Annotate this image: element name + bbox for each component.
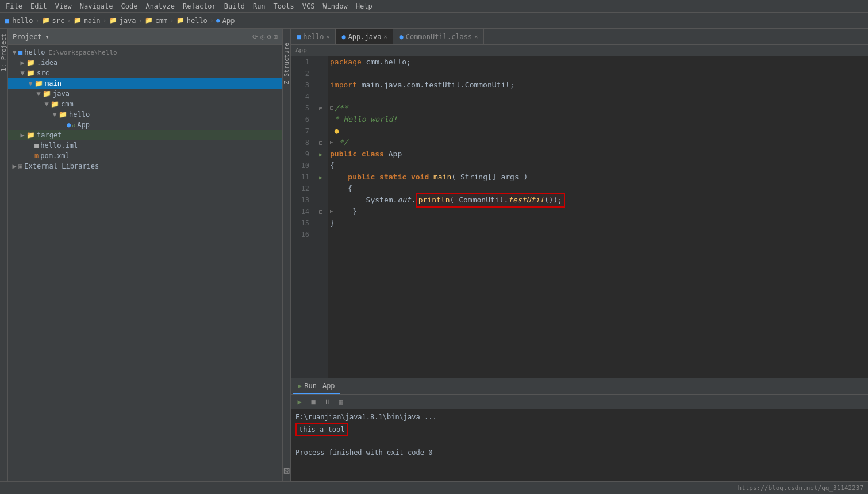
bc-cmm[interactable]: cmm [155,17,168,25]
menu-edit[interactable]: Edit [27,1,51,12]
tree-item-pom-label: pom.xml [40,152,70,160]
bc-cmm-icon: 📁 [145,17,153,24]
code-line-5: ⊟/** [330,102,868,114]
menu-run[interactable]: Run [249,1,269,12]
menu-file[interactable]: File [2,1,26,12]
tree-item-src[interactable]: ▼ 📁 src [8,68,282,78]
bottom-panel: ▶ Run App ▶ ■ ⏸ ▦ E:\ruanjian\java1.8.1\… [291,378,868,481]
stop-button[interactable]: ■ [308,397,318,407]
tree-item-hello[interactable]: ▼ ■ hello E:\workspace\hello [8,47,282,58]
code-line-2 [330,68,868,79]
tree-item-iml[interactable]: ■ hello.iml [8,140,282,151]
console-line-4-text: Process finished with exit code 0 [295,447,432,458]
menu-tools[interactable]: Tools [270,1,298,12]
gutter-14[interactable]: ⊟ [314,206,328,217]
run-tab-app-label: App [322,382,335,390]
chevron-down-icon: ▼ [18,69,26,77]
tree-item-ext-libs[interactable]: ▶ ▣ External Libraries [8,161,282,171]
bc-hello2[interactable]: hello [187,17,208,25]
project-tab-label[interactable]: 1: Project [0,31,7,74]
bc-src[interactable]: src [52,17,65,25]
bottom-tabs: ▶ Run App [291,378,868,395]
bc-main[interactable]: main [84,17,101,25]
structure-icon[interactable]: ▧ [284,465,290,476]
class-tab-icon: ● [399,33,403,41]
console-line-2: this a tool [295,422,863,437]
menu-code[interactable]: Code [118,1,141,12]
bc-app[interactable]: App [222,17,235,25]
code-editor[interactable]: 12345 678910 1112131415 16 ⊟ ⊟ ▶ ▶ [291,56,868,378]
menu-bar: File Edit View Navigate Code Analyze Ref… [0,0,868,13]
chevron-right-icon: ▶ [18,59,26,67]
chevron-right-icon: ▶ [18,131,26,139]
xml-icon: m [34,152,39,160]
menu-refactor[interactable]: Refactor [179,1,220,12]
tree-item-cmm[interactable]: ▼ 📁 cmm [8,99,282,109]
lib-icon: ▣ [18,162,22,170]
tab-commonutil[interactable]: ● CommonUtil.class ✕ [393,29,484,44]
bc-java[interactable]: java [120,17,136,25]
line-numbers: 12345 678910 1112131415 16 [291,56,314,378]
code-line-7: ● [330,125,868,137]
tree-item-app-label: App [77,121,90,129]
console-toolbar: ▶ ■ ⏸ ▦ [291,395,868,409]
run-line-11[interactable]: ▶ [314,171,328,183]
run-line-9[interactable]: ▶ [314,148,328,160]
folder-target-icon: 📁 [26,131,35,139]
code-line-16 [330,229,868,240]
menu-navigate[interactable]: Navigate [76,1,117,12]
tab-app-java[interactable]: ● App.java ✕ [336,29,393,44]
menu-view[interactable]: View [52,1,75,12]
main-area: 1: Project Project ▾ ⟳ ◎ ⚙ ⊞ ▼ ■ hello E… [0,29,868,481]
console-line-1: E:\ruanjian\java1.8.1\bin\java ... [295,412,863,422]
tree-item-target[interactable]: ▶ 📁 target [8,130,282,140]
tree-item-app[interactable]: ● a App [8,120,282,130]
locate-icon[interactable]: ◎ [260,33,264,41]
pause-button[interactable]: ⏸ [322,397,332,407]
code-line-15: } [330,217,868,229]
run-button[interactable]: ▶ [294,397,305,407]
tree-item-idea[interactable]: ▶ 📁 .idea [8,58,282,68]
gutter-8[interactable]: ⊟ [314,137,328,148]
menu-window[interactable]: Window [319,1,351,12]
project-panel: Project ▾ ⟳ ◎ ⚙ ⊞ ▼ ■ hello E:\workspace… [8,29,283,481]
tree-item-hello-child[interactable]: ▼ 📁 hello [8,109,282,120]
menu-vcs[interactable]: VCS [299,1,318,12]
settings-icon[interactable]: ⚙ [267,33,271,41]
gutter-12 [314,183,328,194]
tab-hello-close[interactable]: ✕ [326,33,329,40]
chevron-right-icon: ▶ [10,162,18,170]
tree-item-main[interactable]: ▼ 📁 main [8,78,282,89]
menu-help[interactable]: Help [352,1,376,12]
gutter-1 [314,56,328,68]
bc-src-icon: 📁 [42,17,50,24]
folder-src-icon: 📁 [26,69,35,77]
tree-item-java[interactable]: ▼ 📁 java [8,89,282,99]
tab-app-close[interactable]: ✕ [383,33,387,40]
tree-item-pom[interactable]: m pom.xml [8,151,282,161]
tab-hello[interactable]: ■ hello ✕ [291,29,336,44]
project-dropdown-icon[interactable]: ▾ [45,33,49,41]
tab-app-label: App.java [348,33,382,41]
class-icon2: a [72,122,75,128]
gutter-16 [314,229,328,240]
screenshot-button[interactable]: ▦ [336,397,346,407]
code-content[interactable]: package cmm.hello; import main.java.com.… [328,56,868,378]
gutter-5[interactable]: ⊟ [314,102,328,114]
folder-hello-child-icon: 📁 [59,110,67,118]
menu-build[interactable]: Build [221,1,248,12]
chevron-down-icon: ▼ [34,90,43,98]
project-label: Project [13,33,42,41]
menu-analyze[interactable]: Analyze [142,1,178,12]
bc-hello[interactable]: hello [12,17,33,25]
z-structure-label[interactable]: Z-Structure [283,40,290,87]
tree-item-hello-label: hello [24,48,45,56]
tab-commonutil-close[interactable]: ✕ [474,33,478,40]
console-line-1-text: E:\ruanjian\java1.8.1\bin\java ... [295,412,437,422]
java-tab-icon: ● [341,33,345,41]
gutter-4 [314,91,328,102]
run-tab[interactable]: ▶ Run App [293,378,340,394]
sync-icon[interactable]: ⟳ [252,33,258,41]
expand-icon[interactable]: ⊞ [274,33,278,41]
code-line-6: * Hello world! [330,114,868,125]
